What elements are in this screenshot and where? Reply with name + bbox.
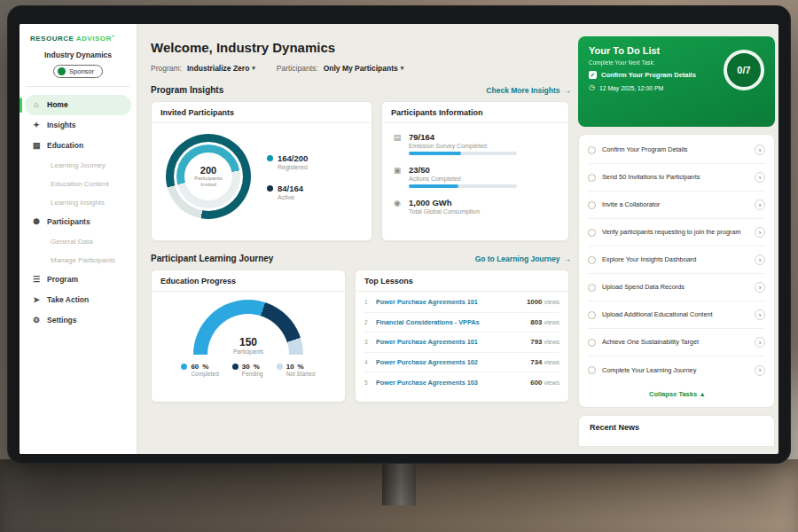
task-row-complete-learning-journey[interactable]: Complete Your Learning Journey › [588,356,765,384]
program-filter-select[interactable]: Industrialize Zero ▾ [187,64,255,73]
sidebar: RESOURCE ADVISOR+ Industry Dynamics Spon… [20,24,137,454]
invited-participants-chart: 200 Participants Invited [166,134,251,219]
participants-filter-select[interactable]: Only My Participants ▾ [324,64,404,73]
legend-label: Not Started [286,371,316,377]
lesson-link[interactable]: Power Purchase Agreements 101 [376,298,521,306]
task-checkbox[interactable] [588,174,596,182]
settings-icon: ⚙ [32,316,41,325]
stat-label: Total Global Consumption [409,208,480,215]
lesson-views: 600 views [530,379,559,387]
sidebar-item-home[interactable]: ⌂ Home [25,95,131,115]
stat-label: Actions Completed [409,176,517,182]
legend-value: 164/200 [278,153,308,163]
sidebar-item-insights[interactable]: ✦ Insights [25,115,131,136]
task-checkbox[interactable] [588,339,596,347]
legend-value: 84/164 [278,184,303,193]
lesson-rank: 5 [364,379,371,386]
chevron-right-icon[interactable]: › [755,254,765,265]
task-checkbox[interactable] [588,201,596,209]
chevron-up-icon: ▴ [700,390,704,398]
task-row-upload-spend-data[interactable]: Upload Spend Data Records › [588,274,765,301]
sidebar-item-program[interactable]: ☰ Program [25,270,131,290]
chevron-right-icon[interactable]: › [755,309,765,320]
sidebar-item-learning-journey[interactable]: Learning Journey [25,156,131,175]
sidebar-item-general-data[interactable]: General Data [25,232,131,251]
task-label: Upload Spend Data Records [602,279,748,294]
take-action-icon: ➤ [32,295,41,304]
invited-legend: 164/200 Registered 84/164 Active [267,153,308,200]
task-checkbox[interactable] [588,256,596,264]
legend-label: Pending [242,371,263,377]
sidebar-item-label: Participants [47,217,90,226]
chevron-right-icon[interactable]: › [755,172,765,183]
lesson-row: 3 Power Purchase Agreements 101 793 view… [364,332,559,353]
insights-icon: ✦ [32,121,41,129]
task-row-send-invitations[interactable]: Send 50 Invitations to Participants › [588,164,765,192]
sidebar-item-take-action[interactable]: ➤ Take Action [25,290,131,310]
sponsor-badge[interactable]: Sponsor [53,65,103,78]
stat-value: 23/50 [409,165,517,175]
sidebar-item-settings[interactable]: ⚙ Settings [25,310,131,331]
percent-sign: % [202,363,208,371]
lesson-row: 1 Power Purchase Agreements 101 1000 vie… [364,293,559,313]
task-row-confirm-program[interactable]: Confirm Your Program Details › [588,137,765,164]
legend-item-registered: 164/200 Registered [267,153,308,170]
lesson-link[interactable]: Financial Considerations - VPPAs [376,318,525,326]
task-checkbox[interactable] [588,146,596,154]
education-progress-card: Education Progress 150 Participants [151,270,346,403]
participants-information-card: Participants Information ▤ 79/164 Emissi… [381,101,569,241]
section-title-program-insights: Program Insights [151,85,223,95]
logo-advisor: ADVISOR [76,35,112,43]
emission-progress-bar [409,152,517,155]
collapse-tasks-button[interactable]: Collapse Tasks ▴ [588,384,765,405]
chevron-right-icon[interactable]: › [755,337,765,348]
task-label: Explore Your Insights Dashboard [602,252,748,267]
task-checkbox[interactable] [588,366,596,374]
sidebar-item-learning-insights[interactable]: Learning Insights [25,193,131,212]
actions-completed-icon: ▣ [393,166,402,188]
emission-survey-icon: ▤ [393,133,402,155]
views-count: 793 [530,338,542,346]
stat-actions: ▣ 23/50 Actions Completed [393,165,558,188]
chevron-right-icon[interactable]: › [755,365,765,376]
chevron-right-icon[interactable]: › [755,227,765,238]
top-lessons-card: Top Lessons 1 Power Purchase Agreements … [355,270,569,403]
gauge-center-label: Participants [193,348,303,355]
sidebar-item-label: Learning Insights [51,199,105,207]
home-icon: ⌂ [32,100,41,109]
logo-plus: + [112,33,115,38]
sidebar-item-education-content[interactable]: Education Content [25,175,131,193]
task-row-invite-collaborator[interactable]: Invite a Collaborator › [588,192,765,219]
lesson-link[interactable]: Power Purchase Agreements 103 [376,379,525,387]
app-logo: RESOURCE ADVISOR+ [20,24,137,43]
lesson-rank: 3 [364,339,371,345]
sidebar-item-participants[interactable]: ⚉ Participants [25,212,131,232]
sidebar-item-education[interactable]: ▤ Education [25,136,131,156]
task-checkbox[interactable] [588,284,596,292]
views-unit: views [544,339,559,345]
progress-fill [409,152,461,155]
lesson-views: 803 views [530,318,559,326]
task-checkbox[interactable] [588,229,596,237]
todo-column: Your To Do List Complete Your Next Task:… [578,36,775,447]
task-row-verify-participants[interactable]: Verify participants requesting to join t… [588,219,765,246]
todo-progress-ring: 0/7 [724,50,764,90]
legend-label: Active [278,194,308,200]
sidebar-nav: ⌂ Home ✦ Insights ▤ Education Learning J… [20,95,137,331]
sidebar-item-manage-participants[interactable]: Manage Participants [25,251,131,270]
task-row-explore-insights[interactable]: Explore Your Insights Dashboard › [588,246,765,274]
task-checkbox[interactable] [588,311,596,319]
chevron-right-icon[interactable]: › [755,282,765,293]
legend-value: 60 [191,363,199,371]
check-more-insights-link[interactable]: Check More Insights → [486,86,571,95]
chevron-right-icon[interactable]: › [755,200,765,210]
actions-progress-bar [409,184,517,188]
go-to-learning-journey-link[interactable]: Go to Learning Journey → [475,254,571,263]
sidebar-item-label: Learning Journey [51,161,106,169]
lesson-link[interactable]: Power Purchase Agreements 101 [376,338,525,346]
chevron-right-icon[interactable]: › [755,145,765,155]
lesson-link[interactable]: Power Purchase Agreements 102 [376,358,525,366]
task-row-achieve-target[interactable]: Achieve One Sustainability Target › [588,329,765,356]
task-row-upload-educational-content[interactable]: Upload Additional Educational Content › [588,301,765,329]
pending-dot [232,364,239,370]
